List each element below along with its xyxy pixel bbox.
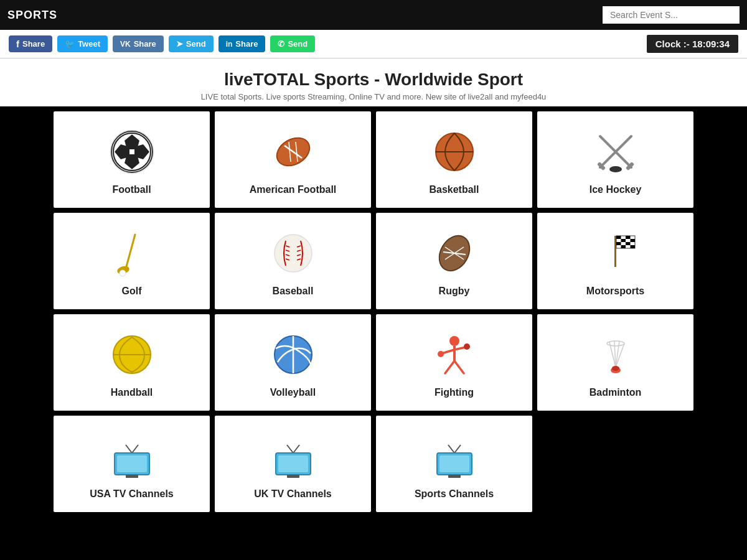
sport-card-volleyball[interactable]: Volleyball (215, 314, 371, 411)
fighting-label: Fighting (435, 387, 474, 398)
svg-line-54 (445, 361, 454, 373)
svg-rect-43 (630, 245, 635, 248)
side-col-right-3 (698, 314, 742, 411)
sport-card-badminton[interactable]: Badminton (537, 314, 693, 411)
side-col-left-2 (5, 213, 49, 309)
sport-card-sports-channels[interactable]: Sports Channels (376, 416, 532, 512)
sports-grid: Football American Football Basketball (0, 106, 747, 517)
svg-line-68 (287, 445, 293, 453)
svg-rect-38 (621, 239, 626, 242)
svg-rect-66 (117, 455, 147, 472)
vk-icon: VK (120, 40, 131, 49)
side-col-left-3 (5, 314, 49, 411)
svg-rect-40 (616, 242, 621, 245)
svg-point-21 (275, 235, 312, 272)
svg-point-48 (449, 336, 459, 346)
svg-rect-39 (630, 239, 635, 242)
sports-channels-label: Sports Channels (415, 488, 494, 500)
sport-card-golf[interactable]: Golf (54, 213, 210, 309)
linkedin-share-button[interactable]: in Share (218, 35, 266, 52)
football-icon (107, 127, 157, 177)
linkedin-icon: in (226, 40, 233, 49)
american-football-icon (268, 127, 318, 177)
search-input[interactable] (603, 6, 740, 24)
fighting-icon (430, 330, 479, 380)
empty-card-slot (537, 416, 693, 512)
usa-tv-icon (107, 431, 157, 481)
page-header: liveTOTAL Sports - Worldwide Sport LIVE … (0, 58, 747, 106)
svg-rect-72 (287, 475, 299, 478)
basketball-label: Basketball (429, 184, 479, 195)
telegram-send-button[interactable]: ➤ Send (169, 35, 214, 52)
svg-point-17 (609, 166, 622, 172)
page-subtitle: LIVE total Sports. Live sports Streaming… (6, 92, 741, 101)
handball-icon (107, 330, 157, 380)
vk-share-button[interactable]: VK Share (113, 35, 164, 52)
svg-line-50 (442, 350, 454, 353)
svg-rect-37 (626, 236, 631, 239)
svg-rect-71 (278, 455, 308, 472)
svg-rect-67 (126, 475, 138, 478)
whatsapp-send-button[interactable]: ✆ Send (270, 35, 315, 52)
header: SPORTS (0, 0, 747, 30)
sport-card-motorsports[interactable]: Motorsports (537, 213, 693, 309)
football-label: Football (112, 184, 151, 195)
svg-line-63 (126, 445, 132, 453)
vk-share-label: Share (134, 39, 156, 49)
svg-point-20 (120, 270, 126, 276)
linkedin-share-label: Share (235, 39, 258, 49)
svg-rect-77 (448, 475, 461, 478)
svg-point-53 (464, 343, 470, 350)
facebook-share-button[interactable]: f Share (9, 35, 52, 52)
american-football-label: American Football (250, 184, 337, 195)
svg-rect-42 (621, 245, 626, 248)
social-bar: f Share 🐦 Tweet VK Share ➤ Send in Share… (0, 30, 747, 58)
side-col-right-1 (698, 111, 742, 208)
twitter-tweet-button[interactable]: 🐦 Tweet (57, 35, 108, 52)
svg-line-55 (454, 361, 464, 373)
sport-card-uk-tv[interactable]: UK TV Channels (215, 416, 371, 512)
uk-tv-label: UK TV Channels (254, 488, 331, 500)
svg-line-74 (454, 445, 461, 453)
facebook-share-label: Share (22, 39, 45, 49)
svg-rect-41 (626, 242, 631, 245)
handball-label: Handball (111, 387, 153, 398)
twitter-icon: 🐦 (65, 39, 75, 49)
baseball-label: Baseball (273, 286, 314, 297)
sport-card-baseball[interactable]: Baseball (215, 213, 371, 309)
volleyball-icon (268, 330, 318, 380)
twitter-tweet-label: Tweet (78, 39, 100, 49)
social-buttons: f Share 🐦 Tweet VK Share ➤ Send in Share… (9, 35, 315, 52)
sport-card-ice-hockey[interactable]: Ice Hockey (537, 111, 693, 208)
svg-point-62 (612, 366, 619, 371)
rugby-icon (430, 228, 479, 278)
side-col-right-4 (698, 416, 742, 512)
site-title: SPORTS (7, 9, 57, 22)
golf-icon (107, 228, 157, 278)
sports-channels-icon (430, 431, 479, 481)
motorsports-icon (591, 228, 641, 278)
sport-card-basketball[interactable]: Basketball (376, 111, 532, 208)
usa-tv-label: USA TV Channels (90, 488, 174, 500)
sport-card-rugby[interactable]: Rugby (376, 213, 532, 309)
facebook-icon: f (16, 39, 19, 49)
golf-label: Golf (122, 286, 142, 297)
volleyball-label: Volleyball (270, 387, 316, 398)
telegram-send-label: Send (186, 39, 206, 49)
ice-hockey-label: Ice Hockey (590, 184, 642, 195)
sport-card-handball[interactable]: Handball (54, 314, 210, 411)
telegram-icon: ➤ (176, 39, 183, 49)
sport-card-american-football[interactable]: American Football (215, 111, 371, 208)
baseball-icon (268, 228, 318, 278)
clock-display: Clock :- 18:09:34 (647, 35, 738, 53)
uk-tv-icon (268, 431, 318, 481)
sport-card-fighting[interactable]: Fighting (376, 314, 532, 411)
side-col-left-1 (5, 111, 49, 208)
sport-card-football[interactable]: Football (54, 111, 210, 208)
page-title: liveTOTAL Sports - Worldwide Sport (6, 70, 741, 90)
side-col-right-2 (698, 213, 742, 309)
svg-line-18 (126, 235, 135, 269)
sport-card-usa-tv[interactable]: USA TV Channels (54, 416, 210, 512)
motorsports-label: Motorsports (586, 286, 644, 297)
svg-line-73 (448, 445, 454, 453)
